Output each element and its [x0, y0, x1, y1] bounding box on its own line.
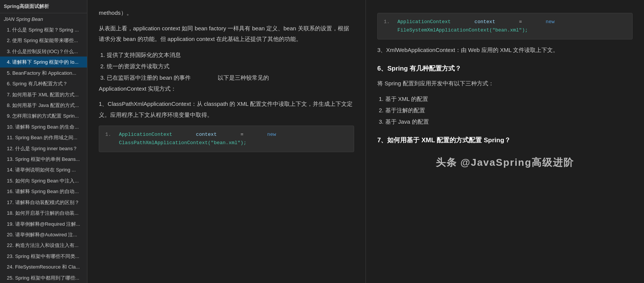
sidebar-item-3[interactable]: 3. 什么是控制反转(IOC)？什么... [0, 46, 87, 57]
right-content-pane: 1. ApplicationContext context = new File… [366, 0, 644, 283]
para-methods: methods）。 [99, 8, 354, 19]
config-list-2: 2. 基于注解的配置 [379, 105, 633, 116]
sidebar-item-14[interactable]: 14. 请举例说明如何在 Spring ... [0, 164, 87, 175]
code-op-top-1: = [519, 18, 522, 26]
list-item-3: 3. 已在监听器中注册的 bean 的事件 以下是三种较常见的 [100, 72, 354, 83]
code-block-1: 1. ApplicationContext context = new Clas… [99, 126, 354, 152]
code-line2-text: ClassPathXmlApplicationContext("bean.xml… [119, 139, 246, 147]
code-space-3 [244, 130, 267, 139]
code-keyword-1: ApplicationContext [119, 130, 172, 139]
sidebar-item-8[interactable]: 8. 如何用基于 Java 配置的方式... [0, 100, 87, 110]
sidebar: Spring高级面试解析 JIAN Spring Bean 1. 什么是 Spr… [0, 0, 87, 283]
code-var-1: context [196, 130, 217, 139]
section6-desc: 将 Spring 配置到应用开发中有以下三种方式： [377, 78, 633, 89]
config-list-3: 3. 基于 Java 的配置 [379, 116, 633, 127]
code-kw2-1: new [267, 130, 276, 139]
code-line-num-top-2 [384, 26, 393, 35]
section6-title: 6、Spring 有几种配置方式？ [377, 64, 633, 73]
sidebar-item-16[interactable]: 16. 请解释 Spring Bean 的自动... [0, 186, 87, 197]
sidebar-item-7[interactable]: 7. 如何用基于 XML 配置的方式... [0, 89, 87, 100]
code-space-top-2 [495, 18, 519, 26]
code-var-top-1: context [475, 18, 495, 26]
sidebar-item-20[interactable]: 20. 请举例解释@Autowired 注... [0, 229, 87, 240]
sidebar-item-4[interactable]: 4. 请解释下 Spring 框架中的 Io... [0, 57, 87, 67]
code-space-top-3 [522, 18, 546, 26]
sidebar-item-15[interactable]: 15. 如何向 Spring Bean 中注入... [0, 175, 87, 186]
code-line-1: 1. ApplicationContext context = new [105, 130, 348, 139]
sidebar-item-22[interactable]: 22. 构造方法注入和设值注入有... [0, 240, 87, 250]
code-line-top-1: 1. ApplicationContext context = new [384, 18, 626, 26]
code-line-num-top-1: 1. [384, 18, 393, 26]
section7-title: 7、如何用基于 XML 配置的方式配置 Spring？ [377, 136, 633, 145]
sidebar-header: Spring高级面试解析 [0, 0, 87, 13]
sidebar-extra-label: JIAN Spring Bean [0, 13, 87, 24]
code-line-top-2: FileSystemXmlApplicationContext("bean.xm… [384, 26, 626, 35]
code-line-2: ClassPathXmlApplicationContext("bean.xml… [105, 139, 348, 147]
sidebar-item-13[interactable]: 13. Spring 框架中的单例 Beans... [0, 154, 87, 164]
impl1-text: 1、ClassPathXmlApplicationContext：从 class… [99, 99, 354, 120]
main-area: methods）。 从表面上看，application context 如同 b… [87, 0, 644, 283]
code-space-top-1 [451, 18, 474, 26]
code-space-2 [217, 130, 240, 139]
list-item-3-suffix: 以下是三种较常见的 [218, 74, 269, 81]
code-line-num-1: 1. [105, 130, 114, 139]
sidebar-item-18[interactable]: 18. 如何开启基于注解的自动装... [0, 208, 87, 218]
code-op-1: = [241, 130, 244, 139]
sidebar-item-19[interactable]: 19. 请举例解释@Required 注解... [0, 219, 87, 229]
list-item-1: 1. 提供了支持国际化的文本消息 [100, 49, 354, 61]
list-item-2: 2. 统一的资源文件读取方式 [100, 61, 354, 72]
config-list-1: 1. 基于 XML 的配置 [379, 93, 633, 105]
sidebar-item-24[interactable]: 24. FileSystemResource 和 Cla... [0, 261, 87, 272]
sidebar-item-10[interactable]: 10. 请解释 Spring Bean 的生命... [0, 121, 87, 132]
code-line-num-2 [105, 139, 114, 147]
sidebar-item-25[interactable]: 25. Spring 框架中都用到了哪些... [0, 272, 87, 283]
code-kw-top-1: ApplicationContext [397, 18, 451, 26]
code-top-line2: FileSystemXmlApplicationContext("bean.xm… [397, 26, 528, 35]
left-content-pane: methods）。 从表面上看，application context 如同 b… [87, 0, 366, 283]
sidebar-item-9[interactable]: 9. 怎样用注解的方式配置 Sprin... [0, 110, 87, 121]
para-app-context-desc: 从表面上看，application context 如同 bean factor… [99, 23, 354, 45]
sidebar-item-12[interactable]: 12. 什么是 Spring inner beans？ [0, 143, 87, 154]
code-block-top: 1. ApplicationContext context = new File… [377, 13, 633, 39]
sidebar-item-6[interactable]: 6. Spring 有几种配置方式？ [0, 78, 87, 89]
watermark-area: 头条 @JavaSpring高级进阶 [377, 156, 633, 169]
sidebar-item-11[interactable]: 11. Spring Bean 的作用域之间... [0, 132, 87, 143]
app-context-label: ApplicationContext 实现方式： [99, 83, 354, 94]
code-space-1 [172, 130, 196, 139]
list-item-3-text: 3. 已在监听器中注册的 bean 的事件 [100, 74, 191, 81]
code-kw2-top-1: new [546, 18, 554, 26]
sidebar-item-2[interactable]: 2. 使用 Spring 框架能带来哪些... [0, 35, 87, 46]
impl3-label: 3、XmlWebApplicationContext：由 Web 应用的 XML… [377, 45, 633, 56]
sidebar-item-23[interactable]: 23. Spring 框架中有哪些不同类... [0, 251, 87, 261]
sidebar-item-5[interactable]: 5. BeanFactory 和 Application... [0, 68, 87, 78]
watermark-text: 头条 @JavaSpring高级进阶 [377, 156, 633, 169]
sidebar-item-17[interactable]: 17. 请解释自动装配模式的区别？ [0, 197, 87, 208]
sidebar-item-1[interactable]: 1. 什么是 Spring 框架？Spring ... [0, 24, 87, 35]
